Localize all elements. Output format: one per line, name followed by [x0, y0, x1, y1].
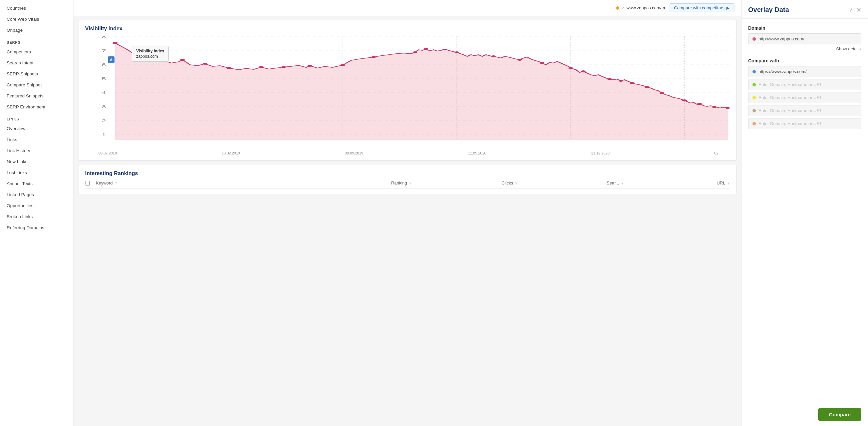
- sidebar-item-new-links[interactable]: New Links: [0, 156, 73, 167]
- main-content: ↗ www.zappos.com/m Compare with competit…: [73, 0, 741, 426]
- external-link-icon: ↗: [621, 6, 624, 10]
- sidebar-item-anchor-texts[interactable]: Anchor Texts: [0, 178, 73, 189]
- search-help-icon[interactable]: ?: [621, 181, 623, 185]
- sidebar-item-link-history[interactable]: Link History: [0, 145, 73, 156]
- svg-text:7: 7: [101, 49, 106, 53]
- sidebar-item-compare-snippet[interactable]: Compare Snippet: [0, 79, 73, 90]
- compare-input-0[interactable]: [758, 69, 857, 74]
- compare-dot-3: [752, 109, 756, 112]
- overlay-panel: Overlay Data ? ✕ Domain Show details Com…: [741, 0, 868, 426]
- compare-with-competitors-button[interactable]: Compare with competitors ▶: [669, 3, 735, 12]
- compare-with-input-row-2: [748, 92, 861, 103]
- svg-point-31: [341, 64, 345, 66]
- sidebar-item-core-web-vitals[interactable]: Core Web Vitals: [0, 14, 73, 25]
- overlay-help-icon[interactable]: ?: [849, 7, 852, 13]
- svg-point-45: [660, 92, 664, 94]
- compare-input-4[interactable]: [758, 121, 857, 126]
- svg-point-28: [259, 66, 264, 68]
- visibility-index-section: Visibility Index Visibility Index zappos…: [78, 20, 737, 161]
- competitor-url: www.zappos.com/m: [626, 5, 665, 10]
- x-label-1: 18.02.2019: [222, 151, 240, 155]
- rankings-table-header: Keyword ? Ranking ? Clicks ? Sear... ? U…: [85, 181, 730, 189]
- col-header-keyword: Keyword ?: [96, 181, 305, 186]
- rankings-title: Interesting Rankings: [85, 170, 730, 176]
- compare-input-2[interactable]: [758, 95, 857, 100]
- compare-dot-4: [752, 122, 756, 125]
- svg-point-39: [568, 67, 573, 69]
- compare-with-input-row-1: [748, 79, 861, 90]
- overlay-title: Overlay Data: [748, 6, 789, 14]
- sidebar: Countries Core Web Vitals Onpage SERPS C…: [0, 0, 73, 426]
- svg-point-48: [712, 106, 716, 108]
- visibility-chart-svg: 8 7 6 5 4 3 2 1: [85, 36, 730, 150]
- compare-with-input-row-3: [748, 105, 861, 116]
- svg-point-41: [607, 78, 612, 80]
- chart-title: Visibility Index: [85, 26, 730, 32]
- svg-point-30: [308, 65, 312, 67]
- chart-container: Visibility Index zappos.com A: [85, 36, 730, 150]
- compare-input-1[interactable]: [758, 82, 857, 87]
- sidebar-section-serps: SERPS: [0, 36, 73, 46]
- select-all-checkbox[interactable]: [85, 181, 90, 186]
- svg-point-35: [454, 52, 459, 53]
- sidebar-item-serp-snippets[interactable]: SERP-Snippets: [0, 68, 73, 79]
- sidebar-item-search-intent[interactable]: Search Intent: [0, 57, 73, 68]
- competitor-pill: ↗ www.zappos.com/m: [616, 5, 665, 10]
- svg-point-33: [413, 52, 417, 53]
- svg-text:2: 2: [101, 119, 106, 123]
- competitor-dot: [616, 6, 619, 10]
- sidebar-item-featured-snippets[interactable]: Featured Snippets: [0, 90, 73, 101]
- col-header-search: Sear... ?: [519, 181, 624, 186]
- x-label-5: 02.: [714, 151, 719, 155]
- annotation-marker-a: A: [108, 56, 115, 63]
- svg-text:8: 8: [101, 36, 106, 39]
- compare-dot-1: [752, 83, 756, 87]
- url-help-icon[interactable]: ?: [727, 181, 730, 185]
- show-details-link[interactable]: Show details: [748, 46, 861, 52]
- x-label-2: 30.09.2019: [345, 151, 363, 155]
- svg-text:1: 1: [101, 133, 106, 137]
- compare-with-label: Compare with: [748, 58, 861, 63]
- sidebar-item-opportunities[interactable]: Opportunities: [0, 200, 73, 211]
- sidebar-item-links[interactable]: Links: [0, 134, 73, 145]
- x-label-3: 11.05.2020: [468, 151, 487, 155]
- domain-input[interactable]: [758, 36, 857, 41]
- compare-with-input-row-0: [748, 66, 861, 77]
- x-label-4: 21.12.2020: [591, 151, 610, 155]
- overlay-footer: Compare: [741, 403, 868, 426]
- svg-point-42: [619, 80, 623, 82]
- compare-input-3[interactable]: [758, 108, 857, 113]
- sidebar-item-competitors[interactable]: Competitors: [0, 46, 73, 57]
- sidebar-item-broken-links[interactable]: Broken Links: [0, 211, 73, 222]
- compare-button-label: Compare with competitors: [674, 5, 724, 10]
- compare-dot-2: [752, 96, 756, 99]
- ranking-help-icon[interactable]: ?: [409, 181, 411, 185]
- col-header-url: URL ?: [625, 181, 730, 186]
- col-header-ranking: Ranking ?: [307, 181, 411, 186]
- svg-point-32: [371, 56, 376, 58]
- overlay-close-icon[interactable]: ✕: [856, 6, 861, 14]
- overlay-header-actions: ? ✕: [849, 6, 861, 14]
- svg-point-24: [147, 54, 151, 56]
- sidebar-item-countries[interactable]: Countries: [0, 3, 73, 14]
- keyword-help-icon[interactable]: ?: [115, 181, 117, 185]
- svg-text:5: 5: [101, 77, 106, 81]
- sidebar-item-referring-domains[interactable]: Referring Domains: [0, 222, 73, 233]
- sidebar-item-lost-links[interactable]: Lost Links: [0, 167, 73, 178]
- svg-point-23: [113, 42, 118, 44]
- svg-point-27: [227, 67, 231, 69]
- sidebar-item-overview[interactable]: Overview: [0, 123, 73, 134]
- svg-point-29: [281, 66, 286, 68]
- clicks-help-icon[interactable]: ?: [516, 181, 518, 185]
- col-header-clicks: Clicks ?: [413, 181, 518, 186]
- svg-point-26: [203, 63, 207, 65]
- sidebar-item-linked-pages[interactable]: Linked Pages: [0, 189, 73, 200]
- svg-point-34: [424, 48, 428, 50]
- compare-action-button[interactable]: Compare: [818, 408, 861, 421]
- domain-dot: [752, 37, 756, 41]
- sidebar-item-onpage[interactable]: Onpage: [0, 25, 73, 36]
- sidebar-section-links: LINKS: [0, 112, 73, 123]
- domain-section-label: Domain: [748, 25, 861, 31]
- interesting-rankings-section: Interesting Rankings Keyword ? Ranking ?…: [78, 165, 737, 194]
- sidebar-item-serp-environment[interactable]: SERP Environment: [0, 101, 73, 112]
